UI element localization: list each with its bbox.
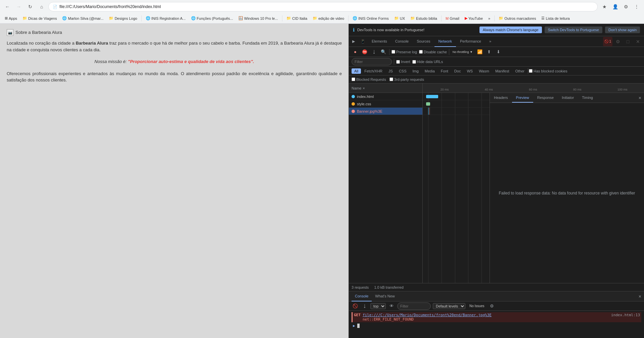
file-item-css[interactable]: style.css <box>349 100 422 108</box>
blocked-requests-label[interactable]: Blocked Requests <box>352 77 386 81</box>
tab-more[interactable]: » <box>485 36 495 47</box>
bookmark-ux[interactable]: 📁 UX <box>392 15 407 21</box>
detail-tab-preview[interactable]: Preview <box>512 93 533 103</box>
detail-tab-response[interactable]: Response <box>533 93 558 103</box>
tab-elements[interactable]: Elements <box>368 36 391 47</box>
tab-performance[interactable]: Performance <box>456 36 485 47</box>
no-issues-btn[interactable]: No Issues <box>467 302 486 310</box>
console-clear-btn[interactable]: 🚫 <box>352 302 359 310</box>
detail-tab-timing[interactable]: Timing <box>578 93 597 103</box>
bookmark-apps[interactable]: ⊞ Apps <box>3 15 19 21</box>
type-xhr-btn[interactable]: Fetch/XHR <box>362 68 385 74</box>
type-manifest-btn[interactable]: Manifest <box>493 68 512 74</box>
mission-pre: Nossa missão é: <box>94 59 128 64</box>
detail-close-btn[interactable]: × <box>636 93 644 103</box>
filter-input[interactable] <box>352 58 392 65</box>
export-icon[interactable]: ⬇ <box>495 48 502 56</box>
forward-button[interactable]: → <box>14 2 24 11</box>
type-doc-btn[interactable]: Doc <box>452 68 464 74</box>
devtools-inspect-icon[interactable]: ▶ <box>349 37 358 46</box>
bookmark-dicas[interactable]: 📁 Dicas de Viagens <box>20 15 59 21</box>
has-blocked-cookies-label[interactable]: Has blocked cookies <box>529 69 567 73</box>
match-language-btn[interactable]: Always match Chrome's language <box>479 26 542 33</box>
bookmark-estudo[interactable]: 📁 Estudo biblia <box>408 15 439 21</box>
more-bookmarks-btn[interactable]: » <box>486 15 492 21</box>
bookmark-lista[interactable]: ☰ Lista de leitura <box>539 15 572 21</box>
bookmark-funcoes[interactable]: 🌐 Funções (Português... <box>189 15 235 21</box>
bookmark-outros[interactable]: 📁 Outros marcadores <box>497 15 538 21</box>
file-item-banner[interactable]: Banner.jpg%3E <box>349 108 422 115</box>
close-devtools-icon[interactable]: ✕ <box>633 37 643 46</box>
hide-data-urls-checkbox[interactable] <box>412 60 416 64</box>
bookmark-windows[interactable]: 🪟 Windows 10 Pro le... <box>236 15 280 21</box>
detail-tab-initiator[interactable]: Initiator <box>558 93 578 103</box>
disable-cache-label[interactable]: Disable cache <box>419 50 447 54</box>
type-other-btn[interactable]: Other <box>512 68 527 74</box>
invert-checkbox[interactable] <box>396 60 400 64</box>
tab-network[interactable]: Network <box>434 36 456 47</box>
console-filter-icon[interactable]: ⭣ <box>361 302 368 310</box>
detail-tab-headers[interactable]: Headers <box>490 93 512 103</box>
bookmark-inis-forms[interactable]: 🌐 INIS Online Forms <box>351 15 390 21</box>
file-item-html[interactable]: index.html <box>349 93 422 100</box>
network-rows-container: index.html style.css Banner.jpg%3E <box>349 93 644 283</box>
tab-console[interactable]: Console <box>391 36 413 47</box>
reload-button[interactable]: ↻ <box>26 2 35 11</box>
type-img-btn[interactable]: Img <box>410 68 421 74</box>
devtools-mobile-icon[interactable]: 📱 <box>358 37 368 46</box>
tab-sources[interactable]: Sources <box>413 36 434 47</box>
console-tab-whatsnew[interactable]: What's New <box>372 291 398 301</box>
console-level-selector[interactable]: Default levels <box>433 303 465 309</box>
bookmark-edicao[interactable]: 📁 edição de video <box>311 15 346 21</box>
bookmarks-button[interactable]: ★ <box>600 2 609 11</box>
clear-btn[interactable]: ⛔ <box>361 48 368 56</box>
type-all-btn[interactable]: All <box>352 68 361 74</box>
console-tab-console[interactable]: Console <box>352 291 372 301</box>
blocked-requests-checkbox[interactable] <box>352 77 355 81</box>
console-close-btn[interactable]: × <box>639 294 641 299</box>
disable-cache-checkbox[interactable] <box>419 50 423 54</box>
wifi-icon[interactable]: 📶 <box>476 48 484 56</box>
profile-button[interactable]: 👤 <box>610 2 620 11</box>
bookmark-gmail[interactable]: M Gmail <box>444 15 461 21</box>
error-badge[interactable]: 🚫 1 <box>603 37 612 46</box>
type-wasm-btn[interactable]: Wasm <box>476 68 492 74</box>
focus-mode-icon[interactable]: □ <box>623 37 633 46</box>
type-ws-btn[interactable]: WS <box>464 68 475 74</box>
bookmark-label: INIS Registration A... <box>151 16 186 20</box>
address-bar[interactable]: 📄 file:///C:/Users/Mario/Documents/front… <box>48 2 598 11</box>
search-icon[interactable]: 🔍 <box>380 48 387 56</box>
bookmark-designs[interactable]: 📁 Designs Logo <box>107 15 139 21</box>
type-font-btn[interactable]: Font <box>438 68 451 74</box>
record-btn[interactable]: ● <box>352 48 359 56</box>
bookmark-marlon[interactable]: 🌐 Marlon Silva (@mar... <box>60 15 105 21</box>
type-js-btn[interactable]: JS <box>386 68 396 74</box>
third-party-checkbox[interactable] <box>389 77 393 81</box>
console-filter-input[interactable] <box>397 302 431 310</box>
blocked-cookies-checkbox[interactable] <box>529 69 533 73</box>
import-icon[interactable]: ⬆ <box>486 48 493 56</box>
third-party-label[interactable]: 3rd-party requests <box>389 77 424 81</box>
home-button[interactable]: ⌂ <box>37 2 46 11</box>
switch-devtools-btn[interactable]: Switch DevTools to Portuguese <box>545 26 602 33</box>
console-settings-icon[interactable]: ⚙ <box>488 302 496 310</box>
preserve-log-checkbox[interactable] <box>392 50 395 54</box>
notification-text: DevTools is now available in Portuguese! <box>357 28 477 32</box>
more-button[interactable]: ⋮ <box>632 2 641 11</box>
type-media-btn[interactable]: Media <box>422 68 438 74</box>
type-css-btn[interactable]: CSS <box>396 68 409 74</box>
console-context-selector[interactable]: top <box>370 303 386 309</box>
bookmark-youtube[interactable]: ▶ YouTube <box>463 15 485 21</box>
hide-data-urls-label[interactable]: Hide data URLs <box>412 60 443 64</box>
dont-show-btn[interactable]: Don't show again <box>605 26 640 33</box>
preserve-log-label[interactable]: Preserve log <box>392 50 417 54</box>
no-throttling-btn[interactable]: No throttling ▼ <box>451 48 474 56</box>
extensions-button[interactable]: ⚙ <box>621 2 631 11</box>
invert-label[interactable]: Invert <box>396 60 410 64</box>
settings-icon[interactable]: ⚙ <box>613 37 623 46</box>
console-eye-icon[interactable]: 👁 <box>388 302 395 310</box>
bookmark-cid[interactable]: 📁 CID Italia <box>284 15 309 21</box>
filter-icon[interactable]: ⭣ <box>370 48 378 56</box>
back-button[interactable]: ← <box>3 2 12 11</box>
bookmark-inis[interactable]: 🌐 INIS Registration A... <box>144 15 188 21</box>
